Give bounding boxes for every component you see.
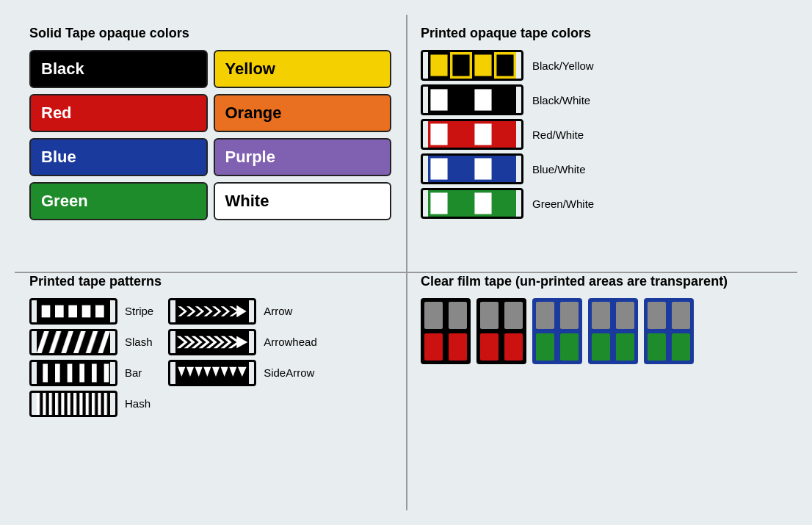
svg-rect-25 <box>430 192 447 214</box>
solid-colors-grid: Black Yellow Red Orange Blue Purple Gree… <box>29 50 391 220</box>
svg-rect-33 <box>68 305 77 317</box>
svg-rect-8 <box>496 54 513 76</box>
svg-rect-95 <box>592 302 610 329</box>
svg-rect-26 <box>452 192 469 214</box>
svg-rect-17 <box>474 123 491 145</box>
svg-rect-15 <box>430 123 447 145</box>
svg-rect-93 <box>560 333 579 361</box>
clear-tape-4 <box>588 298 638 364</box>
swatch-red-label: Red <box>41 104 72 123</box>
svg-rect-85 <box>480 302 499 329</box>
pattern-visual-sidearrow <box>168 360 256 386</box>
svg-rect-87 <box>480 333 499 361</box>
svg-rect-21 <box>452 158 469 179</box>
svg-rect-102 <box>648 333 666 361</box>
swatch-orange-label: Orange <box>225 104 282 123</box>
clear-tape-5 <box>644 298 694 364</box>
clear-tape-2 <box>476 298 526 364</box>
svg-rect-70 <box>175 362 249 384</box>
printed-patterns-section: Printed tape patterns Stripe <box>15 263 406 511</box>
tape-visual-black-white <box>421 84 523 115</box>
swatch-black: Black <box>29 50 208 88</box>
svg-rect-18 <box>496 123 513 145</box>
swatch-purple-label: Purple <box>225 148 275 167</box>
svg-rect-44 <box>79 363 84 382</box>
svg-rect-13 <box>496 89 513 110</box>
svg-rect-103 <box>672 333 690 361</box>
clear-film-grid <box>421 298 783 364</box>
swatch-purple: Purple <box>214 138 392 176</box>
svg-rect-90 <box>536 302 554 329</box>
svg-rect-80 <box>424 302 443 329</box>
tape-visual-black-yellow <box>421 50 523 81</box>
tape-label-black-white: Black/White <box>532 94 590 106</box>
svg-rect-5 <box>430 54 447 76</box>
tape-visual-green-white <box>421 188 523 219</box>
svg-rect-10 <box>430 89 447 110</box>
pattern-row-stripe: Stripe <box>29 298 153 325</box>
pattern-visual-hash <box>29 391 117 417</box>
svg-rect-16 <box>452 123 469 145</box>
svg-rect-28 <box>496 192 513 214</box>
svg-rect-91 <box>560 302 579 329</box>
svg-rect-11 <box>452 89 469 110</box>
svg-rect-12 <box>474 89 491 110</box>
swatch-yellow-label: Yellow <box>225 59 275 79</box>
pattern-label-arrow: Arrow <box>264 305 292 317</box>
svg-rect-45 <box>92 363 97 382</box>
svg-rect-35 <box>95 305 104 317</box>
printed-opaque-list: Black/Yellow Black/White <box>421 50 783 219</box>
svg-rect-42 <box>55 363 60 382</box>
pattern-visual-arrow <box>168 298 256 325</box>
printed-patterns-title: Printed tape patterns <box>29 274 391 289</box>
pattern-visual-stripe <box>29 298 117 325</box>
svg-rect-31 <box>42 305 51 317</box>
svg-rect-96 <box>616 302 634 329</box>
svg-rect-34 <box>82 305 91 317</box>
tape-row-blue-white: Blue/White <box>421 153 783 184</box>
printed-opaque-section: Printed opaque tape colors Black/Yellow <box>406 15 797 263</box>
tape-label-green-white: Green/White <box>532 198 594 210</box>
svg-rect-92 <box>536 333 554 361</box>
tape-row-red-white: Red/White <box>421 119 783 150</box>
svg-rect-83 <box>449 333 467 361</box>
swatch-blue-label: Blue <box>41 148 76 167</box>
tape-visual-red-white <box>421 119 523 150</box>
pattern-label-slash: Slash <box>125 336 153 348</box>
svg-rect-97 <box>592 333 610 361</box>
swatch-yellow: Yellow <box>214 50 392 88</box>
tape-label-black-yellow: Black/Yellow <box>532 59 594 72</box>
swatch-white: White <box>214 182 392 220</box>
svg-rect-39 <box>37 331 110 353</box>
tape-row-black-yellow: Black/Yellow <box>421 50 783 81</box>
svg-rect-27 <box>474 192 491 214</box>
main-container: Solid Tape opaque colors Black Yellow Re… <box>0 0 812 525</box>
svg-rect-20 <box>430 158 447 179</box>
pattern-label-bar: Bar <box>125 366 142 379</box>
svg-rect-46 <box>104 363 109 382</box>
pattern-row-slash: Slash <box>29 329 153 355</box>
patterns-layout: Stripe Slas <box>29 298 391 417</box>
printed-opaque-title: Printed opaque tape colors <box>421 26 783 41</box>
patterns-right: Arrow <box>168 298 317 417</box>
svg-rect-101 <box>672 302 690 329</box>
pattern-visual-slash <box>29 329 117 355</box>
swatch-green: Green <box>29 182 208 220</box>
clear-film-section: Clear film tape (un-printed areas are tr… <box>406 263 797 511</box>
swatch-white-label: White <box>225 192 269 211</box>
svg-rect-7 <box>474 54 491 76</box>
svg-rect-22 <box>474 158 491 179</box>
solid-tape-title: Solid Tape opaque colors <box>29 26 391 41</box>
tape-label-red-white: Red/White <box>532 128 584 141</box>
clear-tape-3 <box>532 298 582 364</box>
pattern-row-bar: Bar <box>29 360 153 386</box>
svg-rect-43 <box>68 363 73 382</box>
svg-rect-41 <box>43 363 48 382</box>
svg-rect-50 <box>37 393 110 415</box>
clear-tape-1 <box>421 298 471 364</box>
pattern-row-sidearrow: SideArrow <box>168 360 317 386</box>
pattern-label-sidearrow: SideArrow <box>264 366 314 379</box>
pattern-visual-arrowhead <box>168 329 256 355</box>
swatch-blue: Blue <box>29 138 208 176</box>
tape-row-green-white: Green/White <box>421 188 783 219</box>
